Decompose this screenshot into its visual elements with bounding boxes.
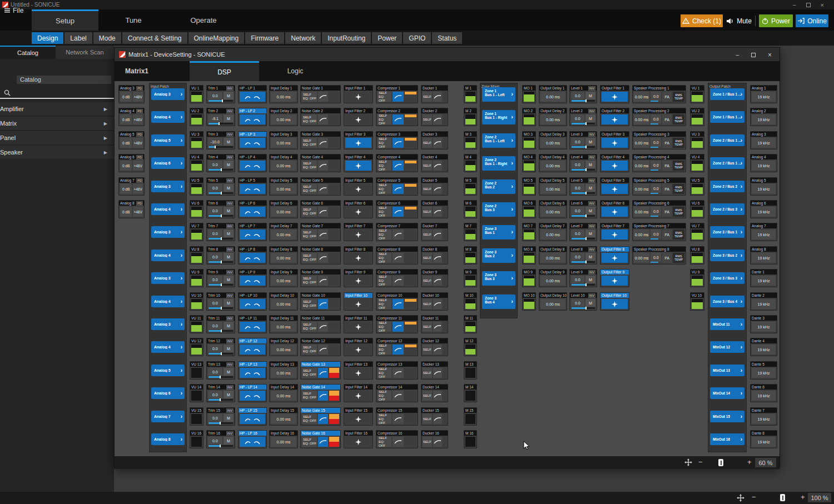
hplp-filter-block-13[interactable]: HP - LP 13 <box>238 361 267 380</box>
main-zoom-out-button[interactable]: − <box>752 493 756 501</box>
compressor-block-10[interactable]: Compressor 10SELFEQ: OFF <box>376 292 418 311</box>
ducker-block-9[interactable]: Ducker 9SELF <box>421 269 448 287</box>
noise-gate-block-5[interactable]: Noise Gate 5SELFEQ: OFF <box>300 177 341 196</box>
trim-block-9[interactable]: Trim 9INV0.0M <box>206 269 235 287</box>
hplp-filter-block-12[interactable]: HP - LP 12 <box>238 338 267 356</box>
analog-input-block-1[interactable]: Analog 3PD0 dB+48V <box>118 85 145 103</box>
level-block-6[interactable]: Level 6INV0.0M <box>569 200 597 218</box>
input-delay-block-13[interactable]: Input Delay 130.00 ms <box>269 361 298 380</box>
output-patch-item[interactable]: Zone 1 / Bus 1 ...› <box>710 88 744 100</box>
ducker-block-13[interactable]: Ducker 13SELF <box>421 361 448 380</box>
output-filter-block-1[interactable]: Output Filter 1 <box>600 85 629 103</box>
input-filter-block-15[interactable]: Input Filter 15 <box>344 407 373 426</box>
input-patch-item[interactable]: Analog 3› <box>151 181 185 192</box>
level-mute-button-3[interactable]: M <box>585 138 595 146</box>
input-patch-item[interactable]: Analog 6› <box>151 387 185 399</box>
trim-mute-button-8[interactable]: M <box>224 253 234 261</box>
input-delay-block-10[interactable]: Input Delay 100.00 ms <box>269 292 298 311</box>
analog-input-block-5[interactable]: Analog 7PD0 dB+48V <box>118 177 145 196</box>
noise-gate-block-1[interactable]: Noise Gate 1SELFEQ: OFF <box>300 85 341 103</box>
input-delay-block-16[interactable]: Input Delay 160.00 ms <box>269 430 298 448</box>
output-filter-block-9[interactable]: Output Filter 9 <box>600 269 629 287</box>
output-patch-item[interactable]: MixOut 12› <box>710 341 744 353</box>
compressor-block-11[interactable]: Compressor 11SELFEQ: OFF <box>376 315 418 333</box>
ducker-block-14[interactable]: Ducker 14SELF <box>421 384 448 402</box>
input-patch-item[interactable]: Analog 3› <box>151 272 185 284</box>
speaker-processing-block-8[interactable]: Speaker Processing 80.00 ms0.0PARMSTEMP <box>632 246 686 265</box>
trim-mute-button-6[interactable]: M <box>224 207 234 214</box>
trim-block-5[interactable]: Trim 5INV0.0M <box>206 177 235 196</box>
device-tab-matrix1[interactable]: Matrix1 <box>120 61 153 81</box>
sidebar-tab-catalog[interactable]: Catalog <box>0 46 56 59</box>
output-delay-block-6[interactable]: Output Delay 60.00 ms <box>539 200 567 218</box>
main-pan-icon[interactable] <box>737 494 744 502</box>
output-patch-item[interactable]: MixOut 15› <box>710 411 744 422</box>
input-filter-block-8[interactable]: Input Filter 8 <box>344 246 373 265</box>
compressor-block-15[interactable]: Compressor 15SELFEQ: OFF <box>376 407 418 426</box>
analog-input-block-4[interactable]: Analog 6PD0 dB+48V <box>118 154 145 172</box>
output-patch-item[interactable]: Zone 2 / Bus 3› <box>710 203 744 215</box>
ducker-block-4[interactable]: Ducker 4SELF <box>421 154 448 172</box>
noise-gate-block-12[interactable]: Noise Gate 12SELFEQ: OFF <box>300 338 341 356</box>
compressor-block-14[interactable]: Compressor 14SELFEQ: OFF <box>376 384 418 402</box>
noise-gate-block-9[interactable]: Noise Gate 9SELFEQ: OFF <box>300 269 341 287</box>
device-window-titlebar[interactable]: Matrix1 - DeviceSetting - SONICUE – × <box>115 48 780 61</box>
trim-mute-button-7[interactable]: M <box>224 229 234 237</box>
level-mute-button-4[interactable]: M <box>585 161 595 168</box>
trim-block-3[interactable]: Trim 3INV-10.0M <box>206 131 235 149</box>
compressor-block-9[interactable]: Compressor 9SELFEQ: OFF <box>376 269 418 287</box>
subtab-connect-setting[interactable]: Connect & Setting <box>122 32 187 44</box>
output-delay-block-3[interactable]: Output Delay 30.00 ms <box>539 131 567 149</box>
ducker-block-3[interactable]: Ducker 3SELF <box>421 131 448 149</box>
output-patch-item[interactable]: Zone 3 / Bus 3› <box>710 272 744 284</box>
zone-mixer-item[interactable]: Zone 2Bus 3› <box>482 202 515 217</box>
subtab-inputrouting[interactable]: InputRouting <box>322 32 371 44</box>
trim-block-2[interactable]: Trim 2INV-9.1M <box>206 108 235 126</box>
input-delay-block-7[interactable]: Input Delay 70.00 ms <box>269 223 298 241</box>
ducker-block-1[interactable]: Ducker 1SELF <box>421 85 448 103</box>
output-filter-block-5[interactable]: Output Filter 5 <box>600 177 629 196</box>
input-filter-block-3[interactable]: Input Filter 3 <box>344 131 373 149</box>
output-delay-block-4[interactable]: Output Delay 40.00 ms <box>539 154 567 172</box>
ducker-block-12[interactable]: Ducker 12SELF <box>421 338 448 356</box>
output-patch-item[interactable]: MixOut 13› <box>710 365 744 376</box>
trim-block-15[interactable]: Trim 15INV0.0M <box>206 407 235 426</box>
trim-mute-button-14[interactable]: M <box>224 391 234 398</box>
hplp-filter-block-1[interactable]: HP - LP 1 <box>238 85 267 103</box>
subtab-gpio[interactable]: GPIO <box>403 32 431 44</box>
output-patch-item[interactable]: Zone 3 / Bus 1› <box>710 226 744 238</box>
analog-input-block-3[interactable]: Analog 5PD0 dB+48V <box>118 131 145 149</box>
trim-block-7[interactable]: Trim 7INV0.0M <box>206 223 235 241</box>
noise-gate-block-13[interactable]: Noise Gate 13SELFEQ: OFF <box>300 361 341 380</box>
output-delay-block-8[interactable]: Output Delay 80.00 ms <box>539 246 567 265</box>
sidebar-item-panel[interactable]: Panel▶ <box>0 131 114 145</box>
trim-mute-button-11[interactable]: M <box>224 322 234 330</box>
ducker-block-16[interactable]: Ducker 16SELF <box>421 430 448 448</box>
hplp-filter-block-4[interactable]: HP - LP 4 <box>238 154 267 172</box>
output-patch-item[interactable]: Zone 2 / Bus 1 ...› <box>710 157 744 169</box>
input-filter-block-2[interactable]: Input Filter 2 <box>344 108 373 126</box>
trim-block-13[interactable]: Trim 13INV0.0M <box>206 361 235 380</box>
hplp-filter-block-14[interactable]: HP - LP 14 <box>238 384 267 402</box>
trim-mute-button-2[interactable]: M <box>224 114 234 122</box>
input-delay-block-15[interactable]: Input Delay 150.00 ms <box>269 407 298 426</box>
ducker-block-6[interactable]: Ducker 6SELF <box>421 200 448 218</box>
trim-mute-button-1[interactable]: M <box>224 92 234 99</box>
noise-gate-block-3[interactable]: Noise Gate 3SELFEQ: OFF <box>300 131 341 149</box>
menu-tab-setup[interactable]: Setup <box>32 9 98 31</box>
device-tab-logic[interactable]: Logic <box>276 61 315 81</box>
level-block-4[interactable]: Level 4INV0.0M <box>569 154 597 172</box>
speaker-processing-block-3[interactable]: Speaker Processing 30.00 ms0.0PARMSTEMP <box>632 131 686 149</box>
sidebar-tab-network-scan[interactable]: Network Scan <box>56 46 114 59</box>
output-patch-item[interactable]: MixOut 16› <box>710 433 744 445</box>
input-patch-item[interactable]: Analog 4› <box>151 203 185 215</box>
subtab-label[interactable]: Label <box>64 32 92 44</box>
input-patch-item[interactable]: Analog 4› <box>151 296 185 307</box>
input-filter-block-14[interactable]: Input Filter 14 <box>344 384 373 402</box>
trim-block-14[interactable]: Trim 14INV0.0M <box>206 384 235 402</box>
trim-mute-button-12[interactable]: M <box>224 345 234 352</box>
output-delay-block-10[interactable]: Output Delay 100.00 ms <box>539 292 567 311</box>
input-filter-block-9[interactable]: Input Filter 9 <box>344 269 373 287</box>
trim-mute-button-9[interactable]: M <box>224 276 234 283</box>
maximize-icon[interactable] <box>806 3 811 7</box>
